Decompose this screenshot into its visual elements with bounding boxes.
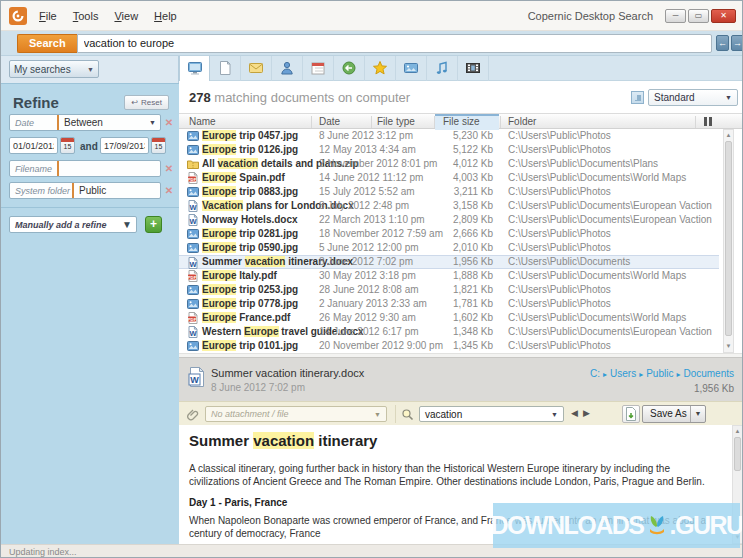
results-scrollbar[interactable]: ▲ ▼ xyxy=(723,129,734,353)
column-header-date[interactable]: Date xyxy=(319,114,340,130)
view-grid-icon[interactable] xyxy=(631,91,644,104)
breadcrumb-link[interactable]: C: xyxy=(590,368,600,379)
remove-system-folder-filter-button[interactable]: ✕ xyxy=(163,185,175,197)
column-header-file-size[interactable]: File size xyxy=(443,114,480,130)
file-name: Europe Spain.pdf xyxy=(202,171,285,185)
date-to-input[interactable] xyxy=(100,137,149,154)
date-from-input[interactable] xyxy=(9,137,58,154)
column-chooser-button[interactable] xyxy=(701,116,715,127)
table-row[interactable]: Europe trip 0457.jpg8 June 2012 3:12 pm5… xyxy=(179,129,719,143)
file-name: Europe trip 0590.jpg xyxy=(202,241,298,255)
file-name: Europe trip 0883.jpg xyxy=(202,185,298,199)
calendar-day: 15 xyxy=(61,142,74,153)
save-as-dropdown-arrow[interactable]: ▼ xyxy=(690,406,705,422)
category-tabbar xyxy=(179,56,743,81)
system-folder-value: Public xyxy=(74,185,160,196)
tab-documents[interactable] xyxy=(210,56,241,81)
file-date: 14 June 2012 11:12 pm xyxy=(319,171,423,185)
column-header-name[interactable]: Name xyxy=(189,114,216,130)
tab-videos[interactable] xyxy=(458,56,489,81)
file-size: 1,781 Kb xyxy=(413,297,493,311)
file-name: Europe France.pdf xyxy=(202,311,290,325)
table-row[interactable]: Europe trip 0590.jpg5 June 2012 12:00 pm… xyxy=(179,241,719,255)
results-rows: Europe trip 0457.jpg8 June 2012 3:12 pm5… xyxy=(179,129,723,353)
find-previous-button[interactable]: ◀ xyxy=(571,408,578,418)
filter-separator xyxy=(57,161,59,176)
scroll-up-icon[interactable]: ▲ xyxy=(733,427,742,436)
calendar-picker-from-button[interactable]: 15 xyxy=(60,137,75,154)
system-folder-filter[interactable]: System folder Public xyxy=(9,182,161,199)
table-row[interactable]: Europe trip 0281.jpg18 November 2012 7:5… xyxy=(179,227,719,241)
table-row[interactable]: WSummer vacation itinerary.docx8 June 20… xyxy=(179,255,719,269)
titlebar: File Tools View Help Copernic Desktop Se… xyxy=(1,1,743,31)
column-header-file-type[interactable]: File type xyxy=(377,114,415,130)
results-header: 278 matching documents on computer Stand… xyxy=(179,81,743,113)
table-row[interactable]: PDFEurope France.pdf26 May 2012 9:30 am1… xyxy=(179,311,719,325)
table-row[interactable]: Europe trip 0253.jpg28 June 2012 8:08 am… xyxy=(179,283,719,297)
back-arrow-button[interactable]: ← xyxy=(716,35,729,51)
table-row[interactable]: Europe trip 0778.jpg2 January 2013 2:33 … xyxy=(179,297,719,311)
breadcrumb-link[interactable]: Documents xyxy=(683,368,734,379)
watermark-text: DOWNLOADS xyxy=(490,511,643,540)
file-date: 2 January 2013 2:33 am xyxy=(319,297,427,311)
results-count-number: 278 xyxy=(189,90,211,105)
find-in-document-combobox[interactable]: vacation ▼ xyxy=(419,406,564,422)
tab-calendar[interactable] xyxy=(303,56,334,81)
save-document-icon-button[interactable] xyxy=(622,405,640,423)
preview-filename: Summer vacation itinerary.docx xyxy=(211,367,364,379)
table-row[interactable]: PDFEurope Spain.pdf14 June 2012 11:12 pm… xyxy=(179,171,719,185)
table-row[interactable]: PDFEurope Italy.pdf30 May 2012 3:18 pm1,… xyxy=(179,269,719,283)
table-row[interactable]: Europe trip 0126.jpg12 May 2013 4:34 am5… xyxy=(179,143,719,157)
add-refine-button[interactable]: + xyxy=(145,216,162,233)
remove-date-filter-button[interactable]: ✕ xyxy=(163,117,175,129)
search-button[interactable]: Search xyxy=(17,34,77,53)
music-icon xyxy=(434,60,450,78)
find-next-button[interactable]: ▶ xyxy=(583,408,590,418)
attachment-icon xyxy=(187,408,200,423)
add-refine-dropdown[interactable]: Manually add a refine ▼ xyxy=(9,216,137,233)
view-mode-dropdown[interactable]: Standard ▼ xyxy=(648,89,738,106)
menu-tools[interactable]: Tools xyxy=(73,10,99,22)
tab-contacts[interactable] xyxy=(272,56,303,81)
save-as-button[interactable]: Save As ▼ xyxy=(642,405,706,423)
table-row[interactable]: WVacation plans for London.docx8 July 20… xyxy=(179,199,719,213)
contacts-icon xyxy=(279,60,295,78)
column-header-folder[interactable]: Folder xyxy=(508,114,536,130)
history-icon xyxy=(341,60,357,78)
table-row[interactable]: Europe trip 0883.jpg15 July 2012 5:52 am… xyxy=(179,185,719,199)
table-row[interactable]: WNorway Hotels.docx22 March 2013 1:10 pm… xyxy=(179,213,719,227)
date-and-label: and xyxy=(80,141,98,152)
maximize-button[interactable]: ▭ xyxy=(688,9,709,23)
search-input[interactable] xyxy=(77,34,712,53)
tab-music[interactable] xyxy=(427,56,458,81)
menu-help[interactable]: Help xyxy=(154,10,177,22)
minimize-button[interactable]: ─ xyxy=(665,9,686,23)
forward-arrow-button[interactable]: → xyxy=(731,35,743,51)
tab-pictures[interactable] xyxy=(396,56,427,81)
scroll-up-icon[interactable]: ▲ xyxy=(724,131,733,140)
menu-file[interactable]: File xyxy=(39,10,57,22)
calendar-picker-to-button[interactable]: 15 xyxy=(151,137,166,154)
table-row[interactable]: WWestern Europe travel guide.docx14 June… xyxy=(179,325,719,339)
tab-computer[interactable] xyxy=(179,56,210,81)
breadcrumb-link[interactable]: Users xyxy=(610,368,636,379)
remove-filename-filter-button[interactable]: ✕ xyxy=(163,163,175,175)
tab-favorites[interactable] xyxy=(365,56,396,81)
table-row[interactable]: All vacation details and plans.zip2 Nove… xyxy=(179,157,719,171)
reset-button[interactable]: ↩ Reset xyxy=(124,95,169,110)
filename-filter[interactable]: Filename xyxy=(9,160,161,177)
tab-history[interactable] xyxy=(334,56,365,81)
table-row[interactable]: Europe trip 0101.jpg20 November 2012 9:0… xyxy=(179,339,719,353)
date-filter[interactable]: Date Between ▼ xyxy=(9,114,161,131)
close-button[interactable]: ✕ xyxy=(711,9,736,23)
tab-email[interactable] xyxy=(241,56,272,81)
scroll-down-icon[interactable]: ▼ xyxy=(724,342,733,351)
window-title: Copernic Desktop Search xyxy=(528,10,653,22)
scrollbar-thumb[interactable] xyxy=(734,437,741,471)
jpg-file-icon xyxy=(187,284,199,296)
scrollbar-thumb[interactable] xyxy=(725,141,732,336)
attachment-dropdown[interactable]: No attachment / file ▼ xyxy=(205,406,387,422)
breadcrumb-link[interactable]: Public xyxy=(646,368,673,379)
menu-view[interactable]: View xyxy=(114,10,138,22)
my-searches-dropdown[interactable]: My searches ▼ xyxy=(9,60,99,78)
